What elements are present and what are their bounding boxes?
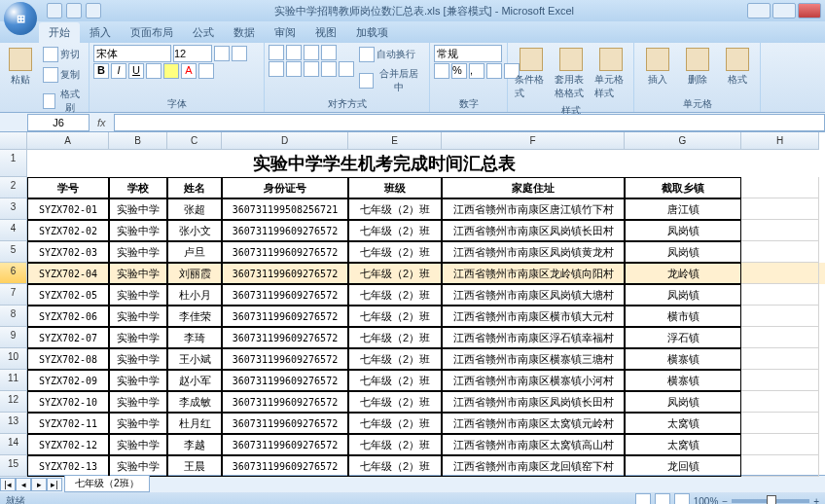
tab-data[interactable]: 数据 xyxy=(224,22,265,43)
table-header[interactable]: 家庭住址 xyxy=(442,177,625,198)
cell[interactable] xyxy=(741,348,819,370)
table-cell[interactable]: 七年级（2）班 xyxy=(348,327,442,348)
close-button[interactable] xyxy=(798,3,821,18)
view-normal-icon[interactable] xyxy=(635,493,651,504)
fill-color-icon[interactable] xyxy=(163,63,179,79)
table-cell[interactable]: 凤岗镇 xyxy=(625,220,741,241)
row-header[interactable]: 15 xyxy=(0,455,27,477)
table-cell[interactable]: 360731199609276572 xyxy=(222,455,348,477)
merge-center-button[interactable]: 合并后居中 xyxy=(356,65,425,96)
row-header[interactable]: 10 xyxy=(0,348,27,370)
tab-formulas[interactable]: 公式 xyxy=(183,22,224,43)
cell[interactable] xyxy=(741,434,819,455)
table-cell[interactable]: 实验中学 xyxy=(109,434,167,455)
cell[interactable] xyxy=(741,370,819,391)
table-cell[interactable]: 实验中学 xyxy=(109,306,167,327)
row-header[interactable]: 12 xyxy=(0,391,27,413)
tab-nav-prev[interactable]: ◂ xyxy=(16,478,31,491)
italic-icon[interactable]: I xyxy=(111,63,126,79)
table-cell[interactable]: 江西省赣州市南康区横寨镇三塘村 xyxy=(442,348,625,370)
col-header-E[interactable]: E xyxy=(348,132,442,150)
currency-icon[interactable] xyxy=(434,63,449,79)
col-header-H[interactable]: H xyxy=(741,132,819,150)
table-cell[interactable]: 浮石镇 xyxy=(625,327,741,348)
table-cell[interactable]: SYZX702-03 xyxy=(27,241,109,263)
table-cell[interactable]: 七年级（2）班 xyxy=(348,434,442,455)
cell[interactable] xyxy=(741,327,819,348)
cell[interactable] xyxy=(741,150,819,177)
insert-cells-button[interactable]: 插入 xyxy=(638,45,676,90)
table-cell[interactable]: SYZX702-10 xyxy=(27,391,109,413)
table-cell[interactable]: SYZX702-11 xyxy=(27,413,109,434)
table-cell[interactable]: 七年级（2）班 xyxy=(348,306,442,327)
table-cell[interactable]: 七年级（2）班 xyxy=(348,348,442,370)
table-cell[interactable]: 360731199508256721 xyxy=(222,198,348,220)
table-cell[interactable]: 李佳荣 xyxy=(167,306,222,327)
row-header[interactable]: 6 xyxy=(0,263,27,284)
tab-nav-first[interactable]: |◂ xyxy=(0,478,16,491)
percent-icon[interactable]: % xyxy=(451,63,467,79)
table-cell[interactable]: 七年级（2）班 xyxy=(348,263,442,284)
table-cell[interactable]: 实验中学 xyxy=(109,413,167,434)
row-header[interactable]: 2 xyxy=(0,177,27,198)
row-header[interactable]: 7 xyxy=(0,284,27,306)
row-header[interactable]: 5 xyxy=(0,241,27,263)
tab-nav-next[interactable]: ▸ xyxy=(31,478,47,491)
col-header-B[interactable]: B xyxy=(109,132,167,150)
table-cell[interactable]: 唐江镇 xyxy=(625,198,741,220)
table-cell[interactable]: 杜小月 xyxy=(167,284,222,306)
table-cell[interactable]: 360731199609276572 xyxy=(222,391,348,413)
table-cell[interactable]: 360731199609276572 xyxy=(222,327,348,348)
table-cell[interactable]: 王小斌 xyxy=(167,348,222,370)
table-cell[interactable]: 七年级（2）班 xyxy=(348,198,442,220)
table-cell[interactable]: 江西省赣州市南康区横寨镇小河村 xyxy=(442,370,625,391)
table-cell[interactable]: 江西省赣州市南康区太窝镇元岭村 xyxy=(442,413,625,434)
comma-icon[interactable]: , xyxy=(469,63,484,79)
tab-home[interactable]: 开始 xyxy=(39,22,80,43)
table-cell[interactable]: 实验中学 xyxy=(109,284,167,306)
delete-cells-button[interactable]: 删除 xyxy=(678,45,716,90)
table-header[interactable]: 截取乡镇 xyxy=(625,177,741,198)
table-cell[interactable]: SYZX702-06 xyxy=(27,306,109,327)
font-color-icon[interactable]: A xyxy=(181,63,197,79)
row-header[interactable]: 11 xyxy=(0,370,27,391)
row-header[interactable]: 8 xyxy=(0,306,27,327)
table-cell[interactable]: 七年级（2）班 xyxy=(348,455,442,477)
table-cell[interactable]: SYZX702-04 xyxy=(27,263,109,284)
table-cell[interactable]: 360731199609276572 xyxy=(222,370,348,391)
table-cell[interactable]: 江西省赣州市南康区太窝镇高山村 xyxy=(442,434,625,455)
table-cell[interactable]: 360731199609276572 xyxy=(222,263,348,284)
row-header[interactable]: 13 xyxy=(0,413,27,434)
formula-input[interactable] xyxy=(114,114,825,131)
align-middle-icon[interactable] xyxy=(286,45,302,60)
indent-dec-icon[interactable] xyxy=(321,61,337,77)
align-center-icon[interactable] xyxy=(286,61,302,77)
table-cell[interactable]: 360731199609276572 xyxy=(222,434,348,455)
cell[interactable] xyxy=(741,455,819,477)
zoom-slider[interactable] xyxy=(732,499,809,503)
table-cell[interactable]: SYZX702-02 xyxy=(27,220,109,241)
row-header[interactable]: 14 xyxy=(0,434,27,455)
table-cell[interactable]: 七年级（2）班 xyxy=(348,220,442,241)
table-cell[interactable]: 江西省赣州市南康区凤岗镇长田村 xyxy=(442,391,625,413)
maximize-button[interactable] xyxy=(772,3,796,18)
table-cell[interactable]: 王晨 xyxy=(167,455,222,477)
table-cell[interactable]: 江西省赣州市南康区凤岗镇长田村 xyxy=(442,220,625,241)
table-cell[interactable]: SYZX702-01 xyxy=(27,198,109,220)
cell[interactable] xyxy=(741,177,819,198)
table-cell[interactable]: 实验中学 xyxy=(109,198,167,220)
view-break-icon[interactable] xyxy=(674,493,690,504)
paste-button[interactable]: 粘贴 xyxy=(4,45,38,90)
col-header-D[interactable]: D xyxy=(222,132,348,150)
tab-addin[interactable]: 加载项 xyxy=(346,22,398,43)
table-cell[interactable]: 江西省赣州市南康区龙岭镇向阳村 xyxy=(442,263,625,284)
table-cell[interactable]: SYZX702-05 xyxy=(27,284,109,306)
table-cell[interactable]: 实验中学 xyxy=(109,455,167,477)
table-cell[interactable]: 横市镇 xyxy=(625,306,741,327)
table-cell[interactable]: 卢旦 xyxy=(167,241,222,263)
row-header[interactable]: 9 xyxy=(0,327,27,348)
align-right-icon[interactable] xyxy=(304,61,319,77)
table-cell[interactable]: 七年级（2）班 xyxy=(348,370,442,391)
table-cell[interactable]: 江西省赣州市南康区浮石镇幸福村 xyxy=(442,327,625,348)
col-header-C[interactable]: C xyxy=(167,132,222,150)
